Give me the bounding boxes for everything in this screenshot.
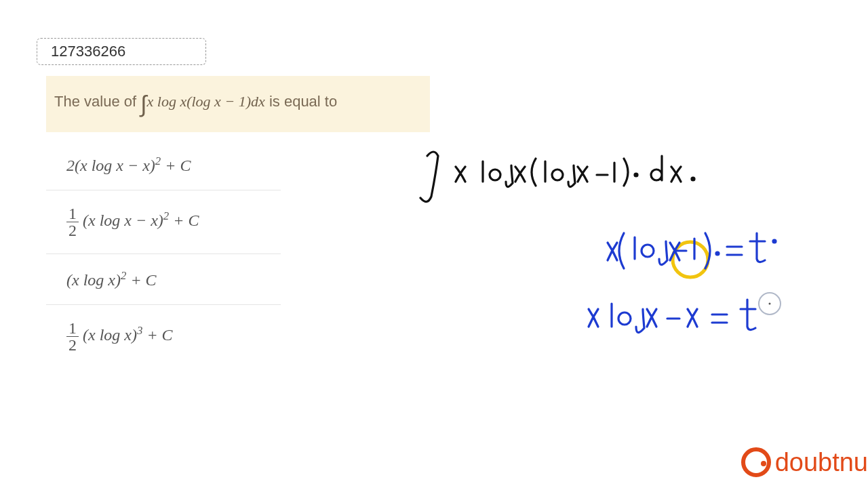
question-id-text: 127336266 (51, 43, 125, 60)
logo-text: doubtnu (775, 448, 868, 477)
brand-logo: doubtnu (741, 447, 868, 477)
svg-point-4 (769, 303, 771, 305)
option-b[interactable]: 12 (x log x − x)2 + C (46, 190, 281, 254)
highlight-circle (673, 242, 708, 277)
svg-point-2 (716, 252, 719, 255)
svg-point-0 (635, 174, 637, 176)
question-integral: x log x(log x − 1)dx (147, 93, 265, 110)
question-suffix: is equal to (265, 93, 337, 110)
option-c[interactable]: (x log x)2 + C (46, 254, 281, 305)
question-prefix: The value of (54, 93, 140, 110)
question-id-box: 127336266 (37, 38, 206, 65)
logo-icon (741, 447, 771, 477)
svg-point-1 (692, 178, 694, 180)
answer-options: 2(x log x − x)2 + C 12 (x log x − x)2 + … (46, 140, 281, 368)
question-prompt: The value of ∫x log x(log x − 1)dx is eq… (46, 76, 430, 132)
option-a[interactable]: 2(x log x − x)2 + C (46, 140, 281, 190)
svg-point-3 (773, 240, 776, 243)
handwritten-work (407, 142, 814, 380)
integral-symbol: ∫ (140, 91, 146, 117)
option-d[interactable]: 12 (x log x)3 + C (46, 305, 281, 368)
